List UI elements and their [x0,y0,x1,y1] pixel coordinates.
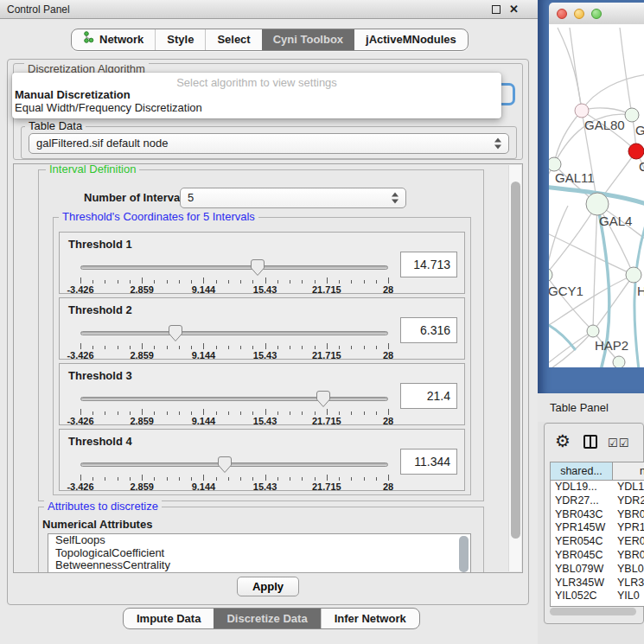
thresholds-group-title: Threshold's Coordinates for 5 Intervals [59,210,258,223]
control-panel-titlebar[interactable]: Control Panel ✕ [0,0,538,19]
threshold-4-value-field[interactable]: 11.344 [400,449,457,475]
thresholds-group: Threshold's Coordinates for 5 Intervals … [53,217,471,495]
threshold-4-panel: Threshold 4 -3.426 2.859 9.144 15.43 21.… [59,429,465,491]
slider-track[interactable] [80,397,388,401]
close-traffic-light[interactable] [557,9,567,19]
tab-discretize-data[interactable]: Discretize Data [214,609,320,628]
dropdown-option-manual-discretization[interactable]: Manual Discretization [12,88,501,101]
threshold-4-slider[interactable] [80,456,388,473]
list-scrollbar[interactable] [459,536,469,572]
table-row[interactable]: YBR045CYBR0 [551,549,644,563]
threshold-4-label: Threshold 4 [68,435,132,448]
number-of-intervals-combobox[interactable]: 5 [180,188,406,208]
slider-ticks [80,475,388,481]
combo-arrows-icon [392,193,399,204]
svg-text:HAP2: HAP2 [595,338,628,353]
threshold-3-thumb[interactable] [316,391,330,407]
threshold-2-slider[interactable] [80,324,388,341]
threshold-2-value-field[interactable]: 6.316 [400,317,457,343]
cyni-toolbox-panel: Discretization Algorithm Table Data galF… [7,59,529,605]
network-svg: GAL80GCGAL11GAL4GCY1HHAP2 [549,24,644,367]
slider-tick-labels: -3.426 2.859 9.144 15.43 21.715 28 [80,481,388,491]
table-row[interactable]: YIL052CYIL0 [551,590,644,603]
control-panel-window: Control Panel ✕ Network Style Select Cyn… [0,0,538,644]
column-header-shared-name[interactable]: shared... [551,462,613,481]
table-row[interactable]: YBL079WYBL0 [551,563,644,577]
threshold-1-slider[interactable] [80,258,388,276]
top-tabstrip: Network Style Select Cyni Toolbox jActiv… [71,29,469,51]
table-row[interactable]: YDL19...YDL1 [551,481,644,494]
apply-button[interactable]: Apply [237,577,299,596]
svg-text:H: H [637,284,644,298]
network-view-window: GAL80GCGAL11GAL4GCY1HHAP2 [538,0,644,393]
slider-tick-labels: -3.426 2.859 9.144 15.43 21.715 28 [80,350,388,360]
tab-network[interactable]: Network [72,29,155,50]
horizontal-scrollbar[interactable] [550,608,640,615]
table-panel-header: Table Panel [538,393,644,422]
threshold-1-thumb[interactable] [251,259,265,276]
dropdown-prompt: Select algorithm to view settings [12,73,501,88]
close-icon[interactable]: ✕ [509,0,519,19]
combo-arrows-icon [494,138,502,150]
interval-definition-title: Interval Definition [46,163,139,175]
threshold-1-value-field[interactable]: 14.713 [400,252,457,277]
tab-infer-network[interactable]: Infer Network [321,609,419,628]
network-window-titlebar[interactable] [549,3,644,24]
slider-tick-labels: -3.426 2.859 9.144 15.43 21.715 28 [80,284,388,294]
table-data-combobox[interactable]: galFiltered.sif default node [29,133,509,154]
table-row[interactable]: YBR043CYBR0 [551,508,644,522]
threshold-3-label: Threshold 3 [68,369,132,382]
list-item[interactable]: BetweennessCentrality [48,559,470,572]
svg-text:GAL11: GAL11 [555,170,595,185]
zoom-traffic-light[interactable] [591,9,602,19]
panel-scrollbar[interactable] [508,165,521,571]
number-of-intervals-label: Number of Intervals [84,191,189,204]
gear-icon[interactable]: ⚙ [555,430,571,451]
threshold-3-value-field[interactable]: 21.4 [400,383,457,409]
network-canvas[interactable]: GAL80GCGAL11GAL4GCY1HHAP2 [549,24,644,367]
slider-ticks [80,343,388,350]
slider-track[interactable] [80,265,388,270]
dropdown-option-equal-width-frequency[interactable]: Equal Width/Frequency Discretization [12,101,501,114]
columns-icon[interactable] [583,435,597,449]
threshold-1-panel: Threshold 1 -3.426 2.859 9.144 15.43 21.… [59,232,465,294]
tab-impute-data[interactable]: Impute Data [124,609,214,628]
slider-track[interactable] [80,462,388,467]
table-row[interactable]: YER054CYER0 [551,535,644,549]
slider-tick-labels: -3.426 2.859 9.144 15.43 21.715 28 [80,416,388,425]
slider-ticks [80,277,388,284]
list-item[interactable]: TopologicalCoefficient [48,547,470,560]
slider-ticks [80,409,388,416]
number-of-intervals-value: 5 [188,191,194,204]
threshold-2-label: Threshold 2 [68,303,132,316]
float-window-icon[interactable] [492,5,501,14]
threshold-4-thumb[interactable] [218,456,232,473]
svg-text:GAL4: GAL4 [599,214,632,228]
table-row[interactable]: YPR145WYPR1 [551,521,644,535]
minimize-traffic-light[interactable] [574,9,584,19]
tab-cyni-toolbox[interactable]: Cyni Toolbox [262,29,354,50]
algorithm-dropdown-popup: Select algorithm to view settings Manual… [12,73,501,118]
slider-track[interactable] [80,331,388,335]
network-icon [83,29,94,50]
table-data-selected-value: galFiltered.sif default node [36,137,168,150]
scrollbar-thumb[interactable] [550,608,636,615]
table-row[interactable]: YLR345WYLR3 [551,577,644,590]
numerical-attributes-list: SelfLoops TopologicalCoefficient Between… [48,533,471,573]
threshold-1-label: Threshold 1 [68,238,132,251]
list-item[interactable]: SelfLoops [48,534,470,547]
scrollbar-thumb[interactable] [511,182,520,539]
tab-network-label: Network [99,29,143,50]
tab-select[interactable]: Select [205,29,261,50]
tab-style[interactable]: Style [155,29,205,50]
threshold-2-thumb[interactable] [169,325,182,341]
threshold-3-slider[interactable] [80,390,388,407]
table-panel: ⚙ ☑☑ shared... na YDL19...YDL1 YDR27...Y… [544,423,644,624]
window-title: Control Panel [7,0,70,19]
select-columns-checkboxes-icon[interactable]: ☑☑ [608,437,629,450]
tab-jactivemnodules[interactable]: jActiveMNodules [354,29,468,50]
table-data-title: Table Data [25,119,86,132]
table-row[interactable]: YDR27...YDR2 [551,494,644,508]
column-header-name[interactable]: na [613,462,644,481]
svg-text:C: C [639,159,644,174]
